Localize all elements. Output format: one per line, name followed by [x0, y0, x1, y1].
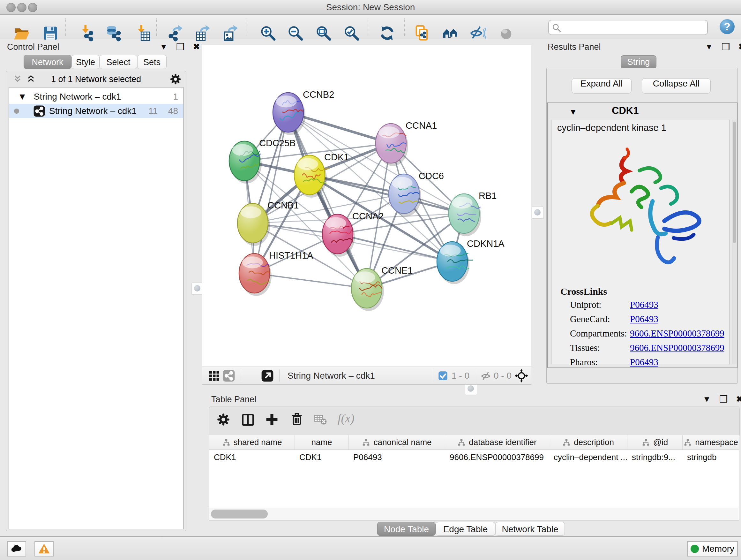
tab-edge-table[interactable]: Edge Table	[435, 522, 495, 536]
table-cell[interactable]: cyclin–dependent ...	[549, 450, 627, 464]
panel-float-icon[interactable]: ❒	[176, 41, 185, 52]
zoom-selected-icon[interactable]	[343, 25, 360, 42]
table-cell[interactable]: 9606.ENSP00000378699	[445, 450, 549, 464]
save-session-icon[interactable]	[42, 25, 59, 42]
panel-close-icon[interactable]: ✖	[736, 394, 741, 404]
function-builder-icon[interactable]: f(x)	[338, 411, 354, 428]
show-all-icon[interactable]	[498, 25, 515, 42]
crosslink-link[interactable]: 9606.ENSP00000378699	[630, 343, 724, 353]
right-splitter-handle[interactable]	[532, 206, 544, 219]
grid-view-icon[interactable]	[208, 370, 220, 381]
status-bar: Memory	[0, 537, 741, 560]
zoom-out-icon[interactable]	[287, 25, 304, 42]
column-header-description[interactable]: description	[549, 435, 627, 450]
import-table-from-file-icon[interactable]	[134, 25, 151, 42]
network-row[interactable]: String Network – cdk1 11 48	[9, 104, 183, 118]
warning-status-button[interactable]	[35, 541, 54, 557]
table-cell[interactable]: stringdb	[683, 450, 739, 464]
table-cell[interactable]: stringdb:9...	[627, 450, 683, 464]
collapse-all-button[interactable]: Collapse All	[642, 78, 711, 94]
tab-node-table[interactable]: Node Table	[377, 522, 435, 536]
open-session-icon[interactable]	[13, 25, 30, 42]
tab-string[interactable]: String	[621, 55, 657, 69]
shared-column-icon	[642, 438, 650, 447]
first-neighbors-icon[interactable]	[442, 25, 459, 42]
export-image-icon[interactable]	[223, 25, 239, 42]
tab-select[interactable]: Select	[99, 55, 137, 69]
export-network-icon[interactable]	[167, 25, 184, 42]
collection-expand-icon[interactable]: ▼	[18, 91, 27, 102]
edge-CCNB2-CCNE1[interactable]	[288, 112, 367, 288]
node-RB1[interactable]	[449, 194, 481, 236]
export-table-icon[interactable]	[195, 25, 212, 42]
detach-view-icon[interactable]	[261, 369, 274, 382]
column-header-namespace[interactable]: namespace	[683, 435, 739, 450]
tab-style[interactable]: Style	[71, 55, 99, 69]
crosslink-link[interactable]: P06493	[630, 357, 658, 368]
duplicate-network-icon[interactable]	[414, 25, 430, 42]
node-CCNA1[interactable]	[376, 124, 408, 166]
network-canvas[interactable]: CCNB2CCNA1CDC25BCDK1CDC6RB1CCNB1CCNA2CDK…	[202, 45, 531, 367]
import-network-from-database-icon[interactable]	[105, 25, 122, 42]
entry-collapse-icon[interactable]: ▼	[569, 107, 577, 117]
tab-sets[interactable]: Sets	[137, 55, 166, 69]
column-header-name[interactable]: name	[295, 435, 349, 450]
panel-close-icon[interactable]: ✖	[193, 42, 200, 52]
expand-all-button[interactable]: Expand All	[571, 78, 631, 94]
crosslink-link[interactable]: P06493	[630, 300, 658, 310]
network-view-icon[interactable]	[222, 369, 235, 382]
panel-menu-icon[interactable]: ▼	[703, 394, 711, 404]
crosslink-link[interactable]: P06493	[630, 314, 658, 324]
panel-float-icon[interactable]: ❒	[719, 394, 728, 405]
results-scrollbar[interactable]	[732, 120, 737, 364]
node-CCNA2[interactable]	[322, 214, 355, 257]
network-graph[interactable]: CCNB2CCNA1CDC25BCDK1CDC6RB1CCNB1CCNA2CDK…	[202, 45, 531, 367]
node-CCNB2[interactable]	[273, 92, 306, 135]
network-options-gear-icon[interactable]	[170, 73, 182, 85]
show-columns-icon[interactable]	[241, 413, 257, 429]
table-cell[interactable]: CDK1	[295, 450, 349, 464]
cloud-status-button[interactable]	[7, 541, 26, 557]
node-CDC6[interactable]	[389, 174, 421, 216]
edge-CCNB2-HIST1H1A[interactable]	[254, 112, 288, 273]
refresh-view-icon[interactable]	[379, 25, 395, 42]
delete-column-trash-icon[interactable]	[290, 413, 307, 429]
column-header-canonical-name[interactable]: canonical name	[349, 435, 445, 450]
hide-selected-icon[interactable]	[469, 25, 486, 42]
table-cell[interactable]: CDK1	[209, 450, 295, 464]
table-options-gear-icon[interactable]	[216, 413, 233, 429]
memory-button[interactable]: Memory	[687, 541, 738, 557]
import-network-from-file-icon[interactable]	[78, 25, 95, 42]
node-label-CCNB1: CCNB1	[267, 200, 299, 210]
delete-table-icon[interactable]	[313, 413, 330, 429]
tab-network-table[interactable]: Network Table	[495, 522, 565, 536]
panel-close-icon[interactable]: ✖	[738, 42, 741, 52]
network-type-icon	[33, 105, 45, 117]
panel-float-icon[interactable]: ❒	[722, 41, 730, 52]
selected-checkbox-icon[interactable]	[438, 371, 448, 381]
column-header-shared-name[interactable]: shared name	[209, 435, 295, 450]
search-input[interactable]	[548, 20, 708, 35]
panel-menu-icon[interactable]: ▼	[705, 42, 713, 52]
shared-column-icon	[362, 438, 370, 447]
column-header--id[interactable]: @id	[627, 435, 683, 450]
node-CCNB1[interactable]	[238, 203, 270, 246]
tab-network[interactable]: Network	[23, 55, 71, 69]
control-panel: Control Panel ▼ ❒ ✖ NetworkStyleSelectSe…	[3, 41, 189, 532]
zoom-in-icon[interactable]	[260, 25, 276, 42]
network-view-title: String Network – cdk1	[287, 367, 375, 384]
column-header-database-identifier[interactable]: database identifier	[445, 435, 549, 450]
app-window: Session: New Session ? Control Panel ▼ ❒…	[0, 0, 741, 560]
table-horizontal-scrollbar[interactable]	[209, 508, 738, 520]
crosslink-link[interactable]: 9606.ENSP00000378699	[630, 328, 724, 339]
node-HIST1H1A[interactable]	[239, 253, 272, 296]
panel-menu-icon[interactable]: ▼	[159, 42, 168, 52]
help-icon[interactable]: ?	[720, 19, 735, 34]
birds-eye-crosshair-icon[interactable]	[515, 369, 528, 382]
create-column-plus-icon[interactable]	[265, 413, 281, 429]
main-toolbar: ?	[0, 15, 741, 39]
table-cell[interactable]: P06493	[349, 450, 445, 464]
zoom-fit-content-icon[interactable]	[315, 25, 332, 42]
network-collection-row[interactable]: ▼ String Network – cdk1 1	[9, 89, 183, 104]
node-CCNE1[interactable]	[351, 268, 384, 311]
